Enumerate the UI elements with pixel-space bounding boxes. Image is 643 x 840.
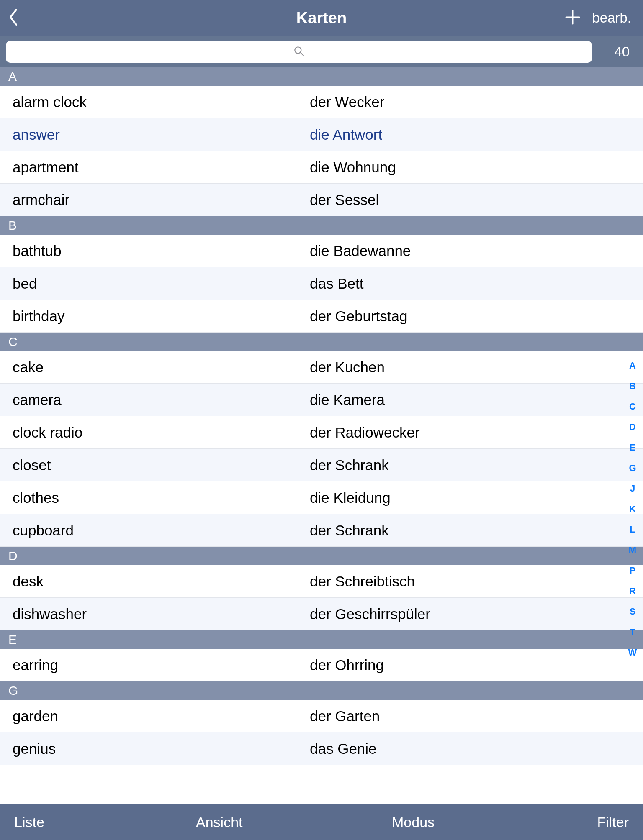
search-bar: 40 [0,36,643,67]
index-letter[interactable]: A [629,360,636,371]
edit-button[interactable]: bearb. [592,10,631,26]
card-back: das Bett [310,275,643,292]
index-letter[interactable]: P [630,565,636,576]
card-front: cupboard [0,522,310,539]
index-letter[interactable]: J [630,483,635,494]
list-row[interactable]: clock radioder Radiowecker [0,416,643,449]
list-row[interactable]: dishwasherder Geschirrspüler [0,598,643,630]
card-back: der Sessel [310,192,643,208]
page-title: Karten [0,9,643,27]
section-header: C [0,333,643,351]
card-front: earring [0,657,310,674]
card-back: der Kuchen [310,359,643,376]
search-input[interactable] [6,41,592,63]
card-front: birthday [0,308,310,325]
search-field-wrap [6,41,592,63]
list-row[interactable]: answerdie Antwort [0,118,643,151]
card-back: der Schreibtisch [310,573,643,590]
list-row[interactable]: cupboardder Schrank [0,514,643,547]
card-front: closet [0,457,310,474]
index-letter[interactable]: C [629,401,636,412]
card-front: camera [0,392,310,408]
list-row[interactable]: beddas Bett [0,267,643,300]
card-back: der Schrank [310,522,643,539]
toolbar-ansicht[interactable]: Ansicht [196,814,243,830]
index-letter[interactable]: L [630,524,635,535]
toolbar-modus[interactable]: Modus [392,814,435,830]
index-letter[interactable]: B [629,381,636,392]
plus-icon [565,19,580,26]
card-back: der Wecker [310,94,643,110]
toolbar-filter[interactable]: Filter [597,814,643,830]
card-back: der Ohrring [310,657,643,674]
list-row[interactable]: alarm clockder Wecker [0,86,643,118]
chevron-left-icon [8,8,19,28]
card-back: die Kleidung [310,489,643,506]
index-letter[interactable]: D [629,422,636,433]
card-front: genius [0,740,310,757]
bottom-toolbar: Liste Ansicht Modus Filter [0,804,643,840]
back-button[interactable] [0,0,29,36]
list-row[interactable]: apartmentdie Wohnung [0,151,643,184]
index-letter[interactable]: S [630,606,636,617]
index-letter[interactable]: K [629,504,636,515]
index-letter[interactable]: W [628,647,637,658]
list-row[interactable]: closetder Schrank [0,449,643,481]
card-back: der Geburtstag [310,308,643,325]
index-letter[interactable]: E [630,442,636,453]
card-front: answer [0,126,310,143]
section-index[interactable]: ABCDEGJKLMPRSTW [625,360,640,658]
card-back: der Geschirrspüler [310,606,643,622]
card-back: die Badewanne [310,243,643,259]
card-back: die Wohnung [310,159,643,176]
list-row[interactable]: armchairder Sessel [0,184,643,216]
toolbar-liste[interactable]: Liste [0,814,44,830]
index-letter[interactable]: R [629,586,636,597]
list-row[interactable]: cakeder Kuchen [0,351,643,384]
card-back: das Genie [310,740,643,757]
card-back: die Antwort [310,126,643,143]
card-front: garden [0,708,310,725]
list-row[interactable]: birthdayder Geburtstag [0,300,643,333]
list-row[interactable]: cameradie Kamera [0,384,643,416]
card-front: desk [0,573,310,590]
card-back: die Kamera [310,392,643,408]
card-front: bed [0,275,310,292]
card-front: cake [0,359,310,376]
navigation-bar: Karten bearb. [0,0,643,36]
section-header: E [0,630,643,649]
card-front: bathtub [0,243,310,259]
card-back: der Garten [310,708,643,725]
index-letter[interactable]: M [629,545,636,556]
card-back: der Schrank [310,457,643,474]
index-letter[interactable]: T [630,627,635,638]
list-row[interactable]: bathtubdie Badewanne [0,235,643,267]
index-letter[interactable]: G [629,463,636,474]
card-front: clothes [0,489,310,506]
section-header: A [0,67,643,86]
card-back: der Radiowecker [310,424,643,441]
card-front: clock radio [0,424,310,441]
card-front: dishwasher [0,606,310,622]
card-list[interactable]: Aalarm clockder Weckeranswerdie Antworta… [0,67,643,804]
list-row[interactable]: geniusdas Genie [0,732,643,765]
list-row[interactable]: gardender Garten [0,700,643,732]
section-header: B [0,216,643,235]
section-header: G [0,681,643,700]
list-row[interactable] [0,765,643,776]
list-row[interactable]: earringder Ohrring [0,649,643,681]
card-front: apartment [0,159,310,176]
card-front: armchair [0,192,310,208]
section-header: D [0,547,643,565]
add-button[interactable] [565,10,580,26]
list-row[interactable]: clothesdie Kleidung [0,481,643,514]
card-front: alarm clock [0,94,310,110]
list-row[interactable]: deskder Schreibtisch [0,565,643,598]
card-count: 40 [614,44,637,60]
